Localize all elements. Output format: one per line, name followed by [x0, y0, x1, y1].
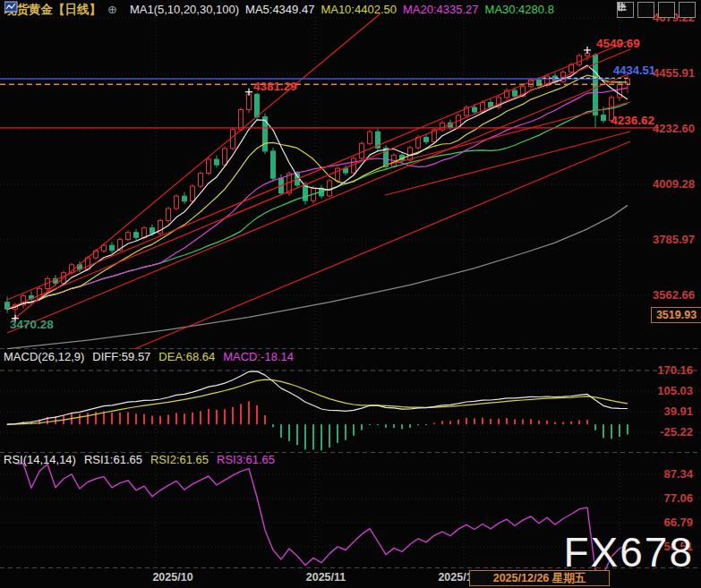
- chart-toolbar: [617, 2, 696, 18]
- ma-settings-label[interactable]: MA1(5,10,20,30,100): [130, 3, 239, 16]
- macd-macd-value: MACD:-18.14: [223, 350, 294, 363]
- macd-dea-value: DEA:68.64: [158, 350, 215, 363]
- macd-axis-label: -25.22: [634, 425, 693, 439]
- x-axis-label: 2025/11: [288, 571, 363, 584]
- macd-params-label[interactable]: MACD(26,12,9): [4, 350, 84, 363]
- macd-axis-label: 105.03: [634, 384, 693, 397]
- macd-axis-label: 39.91: [634, 405, 693, 418]
- x-axis-label: 2025/10: [135, 571, 210, 584]
- macd-diff-value: DIFF:59.57: [92, 350, 150, 363]
- rsi1-value: RSI1:61.65: [84, 453, 142, 466]
- last-price-label: 4434.51: [598, 64, 655, 77]
- alert-price-label: 3519.93: [651, 307, 701, 323]
- price-axis-label: 3785.97: [636, 233, 695, 246]
- rsi-axis-label: 77.06: [634, 491, 693, 505]
- price-axis-label: 3562.66: [636, 288, 695, 302]
- hline-price-label: 4236.62: [594, 114, 654, 127]
- ma20-value: MA20:4335.27: [403, 3, 479, 16]
- rsi-header: RSI(14,14,14) RSI1:61.65 RSI2:61.65 RSI3…: [4, 453, 275, 466]
- ma10-value: MA10:4402.50: [321, 3, 397, 16]
- ma30-value: MA30:4280.8: [485, 3, 554, 16]
- rsi-axis-label: 66.79: [634, 516, 693, 529]
- title-bar: 现货黄金【日线】 ⊕ MA1(5,10,20,30,100) MA5:4349.…: [4, 1, 554, 18]
- circle-plus-icon[interactable]: ⊕: [107, 3, 117, 16]
- rsi-params-label[interactable]: RSI(14,14,14): [4, 453, 76, 466]
- rsi-axis-label: 87.34: [634, 467, 693, 481]
- rsi3-value: RSI3:61.65: [217, 453, 275, 466]
- macd-header: MACD(26,12,9) DIFF:59.57 DEA:68.64 MACD:…: [4, 350, 294, 363]
- rsi2-value: RSI2:61.65: [150, 453, 209, 466]
- chart-window: 4679.224455.914232.604009.283785.973562.…: [0, 0, 701, 588]
- chart-svg: [0, 0, 701, 588]
- macd-axis-label: 170.16: [634, 363, 693, 377]
- collapse-panel-icon[interactable]: [679, 2, 696, 18]
- time-axis-scale-icon[interactable]: [658, 2, 675, 18]
- peak-annotation: 4381.29: [253, 80, 297, 93]
- low-annotation: 3470.28: [10, 318, 54, 331]
- price-axis-scale-icon[interactable]: [637, 2, 654, 18]
- page-title: 现货黄金【日线】: [4, 1, 101, 18]
- high-annotation: 4549.69: [596, 37, 640, 50]
- price-axis-label: 4009.28: [636, 177, 695, 191]
- ma5-value: MA5:4349.47: [245, 3, 314, 16]
- watermark: FX678: [563, 528, 694, 576]
- period-tag: 【日线】: [53, 3, 101, 16]
